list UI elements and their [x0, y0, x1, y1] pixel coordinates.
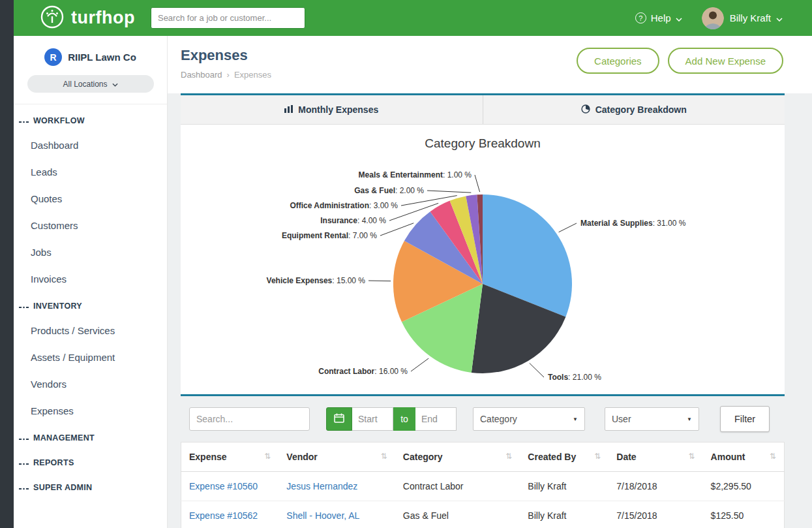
date-end-input[interactable] — [415, 407, 457, 431]
date-to-label: to — [393, 407, 415, 431]
branch-icon — [19, 302, 29, 311]
table-search-input[interactable] — [189, 407, 310, 431]
tab-category-breakdown[interactable]: Category Breakdown — [483, 95, 785, 124]
breadcrumb-expenses: Expenses — [234, 70, 271, 80]
amount-cell: $125.50 — [703, 501, 785, 528]
pie-label: Tools: 21.00 % — [548, 373, 601, 382]
table-header-row: ⇅Expense ⇅Vendor ⇅Category ⇅Created By ⇅… — [181, 443, 785, 472]
global-search-input[interactable] — [151, 7, 305, 29]
column-header-amount[interactable]: ⇅Amount — [703, 443, 785, 472]
location-label: All Locations — [63, 80, 107, 89]
calendar-button[interactable] — [326, 407, 352, 431]
chevron-down-icon — [776, 12, 783, 23]
sidebar-item-vendors[interactable]: Vendors — [14, 371, 167, 397]
category-cell: Contract Labor — [395, 472, 520, 501]
add-new-expense-button[interactable]: Add New Expense — [668, 48, 783, 74]
location-selector[interactable]: All Locations — [27, 75, 154, 93]
pie-chart: Material & Supplies: 31.00 %Tools: 21.00… — [181, 153, 785, 390]
app-window: turfhop ? Help Billy Kraft — [0, 0, 812, 528]
date-range-picker: to — [326, 407, 457, 431]
category-select[interactable]: Category ▼ — [473, 407, 585, 431]
date-cell: 7/18/2018 — [609, 472, 702, 501]
brand-name: turfhop — [71, 8, 135, 28]
turfhop-logo-icon — [40, 5, 65, 32]
company-name: RIIPL Lawn Co — [68, 52, 136, 63]
pie-label-line — [475, 175, 480, 192]
sort-icon[interactable]: ⇅ — [264, 452, 271, 461]
nav-section-inventory: INVENTORY — [14, 292, 167, 317]
sidebar-item-invoices[interactable]: Invoices — [14, 266, 167, 292]
branch-icon — [19, 483, 29, 492]
sort-icon[interactable]: ⇅ — [381, 452, 387, 461]
nav-section-super-admin[interactable]: SUPER ADMIN — [14, 474, 167, 499]
pie-label-line — [368, 281, 391, 281]
expense-view-tabs: Monthly Expenses Category Breakdown — [181, 93, 785, 125]
sidebar-item-products-services[interactable]: Products / Services — [14, 317, 167, 344]
pie-chart-icon — [581, 104, 590, 116]
sort-icon[interactable]: ⇅ — [594, 452, 601, 461]
chevron-down-icon — [676, 12, 682, 23]
category-breakdown-panel: Category Breakdown Material & Supplies: … — [181, 125, 785, 396]
chart-title: Category Breakdown — [181, 136, 785, 151]
dropdown-arrow-icon: ▼ — [573, 416, 578, 422]
created-by-cell: Billy Kraft — [520, 501, 609, 528]
filter-button[interactable]: Filter — [720, 406, 770, 432]
page-header: Expenses Dashboard › Expenses Categories… — [168, 36, 812, 93]
sort-icon[interactable]: ⇅ — [770, 452, 776, 461]
user-avatar[interactable] — [702, 7, 724, 29]
category-cell: Gas & Fuel — [395, 501, 520, 528]
pie-label-line — [530, 363, 544, 377]
bar-chart-icon — [284, 104, 293, 115]
amount-cell: $2,295.50 — [703, 472, 785, 501]
nav-section-management[interactable]: MANAGEMENT — [14, 424, 167, 449]
vendor-link[interactable]: Jesus Hernandez — [286, 481, 357, 491]
help-menu[interactable]: ? Help — [635, 12, 682, 23]
date-cell: 7/15/2018 — [609, 501, 702, 528]
date-start-input[interactable] — [352, 407, 393, 431]
chevron-down-icon — [112, 80, 118, 89]
dropdown-arrow-icon: ▼ — [687, 416, 692, 422]
sidebar-item-dashboard[interactable]: Dashboard — [14, 132, 167, 159]
sort-icon[interactable]: ⇅ — [505, 452, 512, 461]
vendor-link[interactable]: Shell - Hoover, AL — [286, 510, 359, 521]
sidebar-item-customers[interactable]: Customers — [14, 212, 167, 239]
created-by-cell: Billy Kraft — [520, 472, 609, 501]
sidebar: R RIIPL Lawn Co All Locations WORKFLOW D… — [14, 36, 168, 528]
filter-bar: to Category ▼ User ▼ Filter — [181, 396, 785, 442]
column-header-date[interactable]: ⇅Date — [609, 443, 702, 472]
branch-icon — [19, 458, 29, 467]
pie-label: Insurance: 4.00 % — [320, 216, 386, 225]
sidebar-item-leads[interactable]: Leads — [14, 159, 167, 185]
expense-link[interactable]: Expense #10562 — [189, 510, 258, 521]
sidebar-item-expenses[interactable]: Expenses — [14, 397, 167, 424]
user-menu[interactable]: Billy Kraft — [730, 12, 783, 23]
column-header-created-by[interactable]: ⇅Created By — [520, 443, 609, 472]
company-logo-icon: R — [44, 48, 62, 66]
sidebar-item-assets-equipment[interactable]: Assets / Equipment — [14, 344, 167, 371]
categories-button[interactable]: Categories — [577, 48, 659, 74]
column-header-category[interactable]: ⇅Category — [395, 443, 520, 472]
sort-icon[interactable]: ⇅ — [689, 452, 695, 461]
user-select[interactable]: User ▼ — [605, 407, 699, 431]
expenses-table: ⇅Expense ⇅Vendor ⇅Category ⇅Created By ⇅… — [181, 442, 785, 528]
table-row: Expense #10562 Shell - Hoover, AL Gas & … — [181, 501, 785, 528]
top-header: turfhop ? Help Billy Kraft — [14, 0, 812, 36]
breadcrumb-separator-icon: › — [227, 70, 230, 80]
pie-label: Meals & Entertainment: 1.00 % — [359, 170, 472, 179]
branch-icon — [19, 116, 29, 125]
user-name: Billy Kraft — [730, 12, 771, 23]
breadcrumb-dashboard[interactable]: Dashboard — [181, 70, 222, 80]
column-header-vendor[interactable]: ⇅Vendor — [278, 443, 395, 472]
table-row: Expense #10560 Jesus Hernandez Contract … — [181, 472, 785, 501]
company-selector[interactable]: R RIIPL Lawn Co — [14, 48, 167, 66]
sidebar-item-quotes[interactable]: Quotes — [14, 185, 167, 212]
nav-section-workflow: WORKFLOW — [14, 107, 167, 132]
brand-logo[interactable]: turfhop — [40, 5, 135, 32]
expense-link[interactable]: Expense #10560 — [189, 481, 258, 491]
sidebar-item-jobs[interactable]: Jobs — [14, 239, 167, 266]
tab-monthly-expenses[interactable]: Monthly Expenses — [181, 95, 483, 124]
nav-section-reports[interactable]: REPORTS — [14, 449, 167, 474]
pie-label-line — [427, 191, 471, 193]
help-icon: ? — [635, 12, 646, 23]
column-header-expense[interactable]: ⇅Expense — [181, 443, 279, 472]
